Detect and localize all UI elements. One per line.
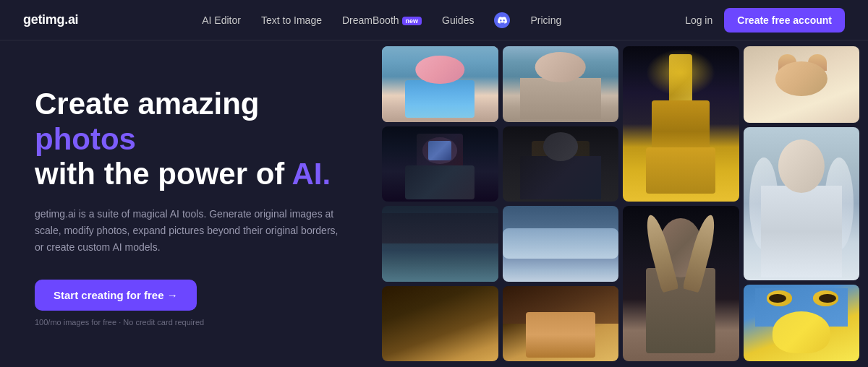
dreambooth-badge: new [402, 17, 422, 25]
image-woman-portrait [503, 46, 619, 122]
login-button[interactable]: Log in [685, 14, 712, 26]
nav-guides[interactable]: Guides [442, 14, 474, 26]
nav-dreambooth[interactable]: DreamBoothnew [342, 14, 422, 26]
hero-section: Create amazing photos with the power of … [0, 40, 376, 367]
nav-ai-editor[interactable]: AI Editor [202, 14, 241, 26]
image-colorful-woman [503, 286, 619, 362]
nav-links: AI Editor Text to Image DreamBoothnew Gu… [202, 12, 561, 28]
nav-actions: Log in Create free account [685, 8, 845, 33]
image-angel-woman [744, 127, 860, 280]
grid-col-2 [503, 46, 619, 361]
image-sky-clouds [503, 206, 619, 282]
grid-col-4 [744, 46, 860, 361]
image-pikachu [744, 285, 860, 361]
image-golden-deity [623, 46, 739, 202]
nav-pricing[interactable]: Pricing [530, 14, 561, 26]
image-horned-statue [623, 206, 739, 361]
hero-note: 100/mo images for free · No credit card … [35, 318, 347, 327]
grid-col-3 [623, 46, 739, 361]
image-cyber-warrior [382, 126, 498, 202]
logo[interactable]: getimg.ai [23, 12, 78, 27]
image-ocean [382, 206, 498, 282]
start-creating-button[interactable]: Start creating for free → [35, 280, 197, 311]
image-gold-texture [382, 286, 498, 362]
hero-title: Create amazing photos with the power of … [35, 87, 347, 191]
image-cat [744, 46, 860, 123]
navbar: getimg.ai AI Editor Text to Image DreamB… [0, 0, 868, 40]
create-account-button[interactable]: Create free account [724, 8, 845, 33]
main-content: Create amazing photos with the power of … [0, 40, 868, 367]
grid-col-1 [382, 46, 498, 361]
nav-text-to-image[interactable]: Text to Image [261, 14, 322, 26]
image-pink-hair [382, 46, 498, 122]
discord-icon[interactable] [494, 12, 510, 28]
image-grid [376, 40, 868, 367]
hero-subtitle: getimg.ai is a suite of magical AI tools… [35, 206, 339, 256]
image-asian-warrior [503, 126, 619, 202]
